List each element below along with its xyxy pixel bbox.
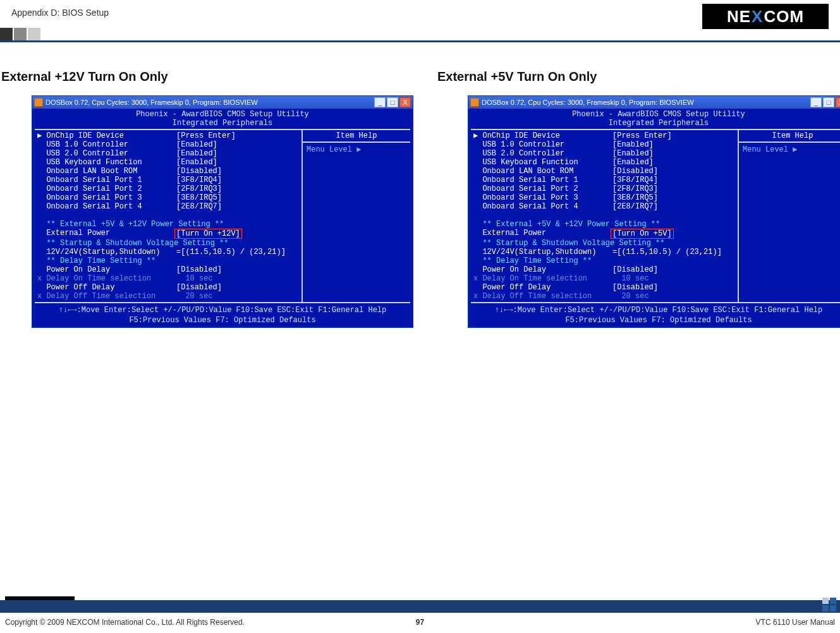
bios-title: Phoenix - AwardBIOS CMOS Setup Utility — [35, 110, 410, 119]
menu-level: Menu Level ▶ — [743, 145, 840, 154]
bios-item[interactable]: Onboard Serial Port 2 — [37, 184, 176, 193]
bios-value: [Enabled] — [176, 158, 217, 167]
tab-marker-icon — [0, 28, 13, 40]
bios-item-external-power[interactable]: External Power — [37, 229, 176, 239]
footer-squares-icon — [822, 598, 836, 612]
bios-item[interactable]: USB 2.0 Controller — [473, 149, 612, 158]
bios-section-header: ** Startup & Shutdown Voltage Setting ** — [473, 239, 664, 248]
bios-footer-help: ↑↓←→:Move Enter:Select +/-/PU/PD:Value F… — [471, 304, 840, 315]
bios-value: [Enabled] — [612, 158, 654, 167]
bios-item[interactable]: USB 1.0 Controller — [37, 140, 176, 149]
maximize-button[interactable]: □ — [823, 97, 834, 107]
bios-left-pane[interactable]: OnChip IDE Device[Press Enter] USB 1.0 C… — [35, 130, 303, 302]
close-button[interactable]: X — [399, 97, 411, 107]
bios-item-disabled: Delay Off Time selection — [37, 292, 176, 301]
section-title-left: External +12V Turn On Only — [1, 69, 393, 84]
bios-item[interactable]: USB Keyboard Function — [473, 158, 612, 167]
bios-item[interactable]: Onboard Serial Port 4 — [37, 202, 176, 211]
tab-marker-icon — [28, 28, 40, 40]
bios-help-pane: Item Help Menu Level ▶ — [739, 130, 840, 302]
bios-item[interactable]: Onboard Serial Port 2 — [473, 184, 612, 193]
bios-value: [2F8/IRQ3] — [612, 184, 658, 193]
bios-value: 10 sec — [176, 274, 213, 283]
bios-item[interactable]: Onboard Serial Port 1 — [37, 176, 176, 184]
bios-value-highlighted[interactable]: [Turn On +12V] — [174, 229, 242, 239]
bios-section-header: ** External +5V & +12V Power Setting ** — [37, 220, 224, 229]
item-help-title: Item Help — [739, 130, 840, 143]
bios-section-header: ** Delay Time Setting ** — [473, 256, 592, 265]
bios-section-header: ** External +5V & +12V Power Setting ** — [473, 220, 660, 229]
bios-value: =[(11.5,10.5) / (23,21)] — [176, 248, 286, 256]
bios-item[interactable]: Onboard Serial Port 3 — [473, 193, 612, 202]
bios-item[interactable]: Power Off Delay — [473, 283, 612, 292]
bios-value: [3E8/IRQ5] — [612, 193, 658, 202]
bios-item[interactable]: Onboard Serial Port 1 — [473, 176, 612, 184]
window-title: DOSBox 0.72, Cpu Cycles: 3000, Frameskip… — [46, 99, 258, 106]
bios-item-disabled: Delay On Time selection — [473, 274, 612, 283]
bios-item-external-power[interactable]: External Power — [473, 229, 612, 239]
bios-value: [Disabled] — [612, 283, 658, 292]
bios-value: [Press Enter] — [176, 131, 236, 140]
window-title: DOSBox 0.72, Cpu Cycles: 3000, Frameskip… — [482, 99, 694, 106]
bios-subtitle: Integrated Peripherals — [471, 119, 840, 128]
bios-section-header: ** Delay Time Setting ** — [37, 256, 155, 265]
bios-item[interactable]: OnChip IDE Device — [37, 131, 176, 140]
bios-value: [Press Enter] — [612, 131, 672, 140]
bios-value-highlighted[interactable]: [Turn On +5V] — [611, 229, 674, 239]
manual-title: VTC 6110 User Manual — [756, 618, 835, 627]
bios-left-pane[interactable]: OnChip IDE Device[Press Enter] USB 1.0 C… — [471, 130, 739, 302]
dosbox-window-right: DOSBox 0.72, Cpu Cycles: 3000, Frameskip… — [468, 95, 840, 328]
bios-subtitle: Integrated Peripherals — [35, 119, 410, 128]
bios-value: [Disabled] — [176, 283, 222, 292]
header-rule — [0, 40, 840, 42]
dosbox-window-left: DOSBox 0.72, Cpu Cycles: 3000, Frameskip… — [32, 95, 413, 328]
bios-item[interactable]: Onboard LAN Boot ROM — [473, 167, 612, 176]
item-help-title: Item Help — [303, 130, 410, 143]
bios-value: [Enabled] — [176, 149, 217, 158]
bios-item[interactable]: 12V/24V(Startup,Shutdown) — [37, 248, 176, 256]
bios-value: [Disabled] — [176, 265, 222, 274]
bios-item[interactable]: OnChip IDE Device — [473, 131, 612, 140]
bios-section-header: ** Startup & Shutdown Voltage Setting ** — [37, 239, 228, 248]
bios-footer-help: F5:Previous Values F7: Optimized Default… — [35, 315, 410, 325]
header-tabs — [0, 28, 42, 40]
bios-footer-help: ↑↓←→:Move Enter:Select +/-/PU/PD:Value F… — [35, 304, 410, 315]
bios-item[interactable]: Onboard Serial Port 4 — [473, 202, 612, 211]
bios-value: [Enabled] — [176, 140, 217, 149]
bios-value: [3E8/IRQ5] — [176, 193, 222, 202]
page-number: 97 — [416, 618, 424, 627]
bios-value: 20 sec — [612, 292, 649, 301]
maximize-button[interactable]: □ — [387, 97, 398, 107]
menu-level: Menu Level ▶ — [307, 145, 406, 154]
bios-item-disabled: Delay Off Time selection — [473, 292, 612, 301]
bios-value: [2E8/IRQ7] — [176, 202, 222, 211]
bios-item[interactable]: USB 1.0 Controller — [473, 140, 612, 149]
minimize-button[interactable]: _ — [810, 97, 822, 107]
bios-value: [Disabled] — [612, 167, 658, 176]
bios-item[interactable]: Onboard Serial Port 3 — [37, 193, 176, 202]
bios-item[interactable]: USB 2.0 Controller — [37, 149, 176, 158]
bios-item[interactable]: Power On Delay — [37, 265, 176, 274]
bios-value: =[(11.5,10.5) / (23,21)] — [612, 248, 722, 256]
bios-value: 20 sec — [176, 292, 213, 301]
bios-item[interactable]: Power Off Delay — [37, 283, 176, 292]
footer-rule — [0, 600, 840, 613]
bios-item[interactable]: USB Keyboard Function — [37, 158, 176, 167]
bios-item[interactable]: 12V/24V(Startup,Shutdown) — [473, 248, 612, 256]
tab-marker-icon — [14, 28, 27, 40]
bios-value: [2F8/IRQ3] — [176, 184, 222, 193]
logo-text: COM — [764, 7, 804, 27]
bios-value: [3F8/IRQ4] — [612, 176, 658, 184]
bios-value: [3F8/IRQ4] — [176, 176, 222, 184]
bios-footer-help: F5:Previous Values F7: Optimized Default… — [471, 315, 840, 325]
dosbox-icon — [470, 98, 479, 107]
bios-item[interactable]: Power On Delay — [473, 265, 612, 274]
copyright-text: Copyright © 2009 NEXCOM International Co… — [5, 618, 245, 627]
logo-text: NE — [727, 7, 751, 27]
bios-item[interactable]: Onboard LAN Boot ROM — [37, 167, 176, 176]
close-button[interactable]: X — [836, 97, 840, 107]
bios-value: 10 sec — [612, 274, 649, 283]
bios-value: [Disabled] — [176, 167, 222, 176]
minimize-button[interactable]: _ — [374, 97, 386, 107]
bios-value: [2E8/IRQ7] — [612, 202, 658, 211]
